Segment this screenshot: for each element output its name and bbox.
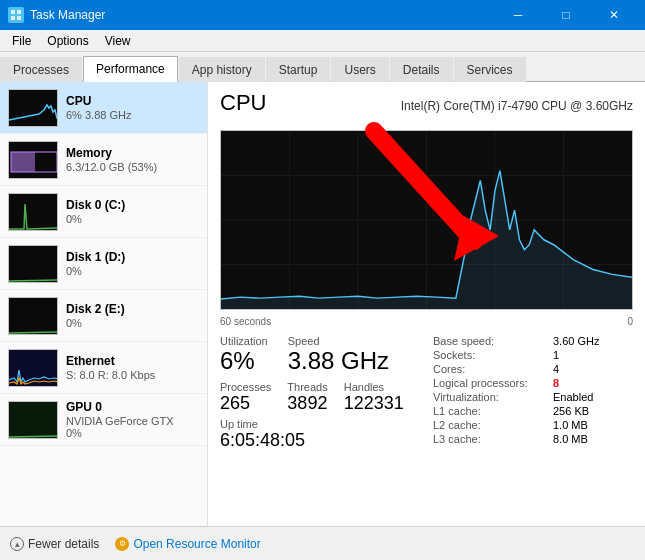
gpu0-sidebar-name: GPU 0 <box>66 400 199 414</box>
cores-key: Cores: <box>433 363 553 375</box>
handles-label: Handles <box>344 381 404 393</box>
base-speed-key: Base speed: <box>433 335 553 347</box>
utilization-block: Utilization 6% <box>220 335 268 375</box>
sidebar: CPU 6% 3.88 GHz Memory 6.3/12.0 GB (53%) <box>0 82 208 526</box>
memory-sidebar-name: Memory <box>66 146 199 160</box>
open-resource-monitor-button[interactable]: ⚙ Open Resource Monitor <box>115 537 260 551</box>
utilization-value: 6% <box>220 347 268 375</box>
virtualization-key: Virtualization: <box>433 391 553 403</box>
disk0-sidebar-stat: 0% <box>66 213 199 225</box>
cpu-panel: CPU Intel(R) Core(TM) i7-4790 CPU @ 3.60… <box>208 82 645 526</box>
tab-users[interactable]: Users <box>331 57 388 82</box>
tab-bar: Processes Performance App history Startu… <box>0 52 645 82</box>
utilization-label: Utilization <box>220 335 268 347</box>
processes-label: Processes <box>220 381 271 393</box>
fewer-details-label: Fewer details <box>28 537 99 551</box>
cpu-sidebar-stat: 6% 3.88 GHz <box>66 109 199 121</box>
status-bar: ▴ Fewer details ⚙ Open Resource Monitor <box>0 526 645 560</box>
detail-logical-processors: Logical processors: 8 <box>433 377 633 389</box>
tab-performance[interactable]: Performance <box>83 56 178 82</box>
svg-rect-7 <box>11 152 35 172</box>
menu-file[interactable]: File <box>4 32 39 50</box>
minimize-button[interactable]: ─ <box>495 0 541 30</box>
l1cache-key: L1 cache: <box>433 405 553 417</box>
cpu-chart <box>220 130 633 310</box>
svg-rect-8 <box>9 194 58 231</box>
maximize-button[interactable]: □ <box>543 0 589 30</box>
fewer-details-icon: ▴ <box>10 537 24 551</box>
chart-time-labels: 60 seconds 0 <box>220 316 633 327</box>
cpu-model-label: Intel(R) Core(TM) i7-4790 CPU @ 3.60GHz <box>401 99 633 113</box>
virtualization-val: Enabled <box>553 391 593 403</box>
uptime-label: Up time <box>220 418 423 430</box>
tab-details[interactable]: Details <box>390 57 453 82</box>
ethernet-sidebar-stat: S: 8.0 R: 8.0 Kbps <box>66 369 199 381</box>
cpu-thumbnail <box>8 89 58 127</box>
close-button[interactable]: ✕ <box>591 0 637 30</box>
l1cache-val: 256 KB <box>553 405 589 417</box>
handles-block: Handles 122331 <box>344 381 404 414</box>
l3cache-val: 8.0 MB <box>553 433 588 445</box>
sidebar-item-ethernet[interactable]: Ethernet S: 8.0 R: 8.0 Kbps <box>0 342 207 394</box>
sidebar-item-disk2[interactable]: Disk 2 (E:) 0% <box>0 290 207 342</box>
menu-bar: File Options View <box>0 30 645 52</box>
tab-processes[interactable]: Processes <box>0 57 82 82</box>
tab-app-history[interactable]: App history <box>179 57 265 82</box>
logical-processors-key: Logical processors: <box>433 377 553 389</box>
memory-thumbnail <box>8 141 58 179</box>
svg-rect-0 <box>11 10 15 14</box>
svg-rect-3 <box>17 16 21 20</box>
detail-sockets: Sockets: 1 <box>433 349 633 361</box>
speed-label: Speed <box>288 335 389 347</box>
processes-block: Processes 265 <box>220 381 271 414</box>
sidebar-item-memory[interactable]: Memory 6.3/12.0 GB (53%) <box>0 134 207 186</box>
gpu0-sidebar-stat: NVIDIA GeForce GTX0% <box>66 415 199 439</box>
l2cache-val: 1.0 MB <box>553 419 588 431</box>
cpu-details: Base speed: 3.60 GHz Sockets: 1 Cores: 4… <box>433 335 633 451</box>
sidebar-item-disk1[interactable]: Disk 1 (D:) 0% <box>0 238 207 290</box>
tab-startup[interactable]: Startup <box>266 57 331 82</box>
detail-base-speed: Base speed: 3.60 GHz <box>433 335 633 347</box>
fewer-details-button[interactable]: ▴ Fewer details <box>10 537 99 551</box>
time-label-left: 60 seconds <box>220 316 271 327</box>
title-bar: Task Manager ─ □ ✕ <box>0 0 645 30</box>
svg-rect-12 <box>9 402 58 439</box>
app-icon <box>8 7 24 23</box>
disk2-sidebar-stat: 0% <box>66 317 199 329</box>
menu-options[interactable]: Options <box>39 32 96 50</box>
svg-rect-10 <box>9 298 58 335</box>
cores-val: 4 <box>553 363 559 375</box>
time-label-right: 0 <box>627 316 633 327</box>
sidebar-item-cpu[interactable]: CPU 6% 3.88 GHz <box>0 82 207 134</box>
window-title: Task Manager <box>30 8 105 22</box>
detail-cores: Cores: 4 <box>433 363 633 375</box>
sidebar-item-gpu0[interactable]: GPU 0 NVIDIA GeForce GTX0% <box>0 394 207 446</box>
threads-value: 3892 <box>287 393 327 414</box>
cpu-sidebar-name: CPU <box>66 94 199 108</box>
sockets-key: Sockets: <box>433 349 553 361</box>
disk2-thumbnail <box>8 297 58 335</box>
threads-block: Threads 3892 <box>287 381 327 414</box>
svg-rect-1 <box>17 10 21 14</box>
detail-l1cache: L1 cache: 256 KB <box>433 405 633 417</box>
uptime-block: Up time 6:05:48:05 <box>220 418 423 451</box>
sidebar-item-disk0[interactable]: Disk 0 (C:) 0% <box>0 186 207 238</box>
memory-sidebar-stat: 6.3/12.0 GB (53%) <box>66 161 199 173</box>
l2cache-key: L2 cache: <box>433 419 553 431</box>
speed-block: Speed 3.88 GHz <box>288 335 389 375</box>
svg-rect-2 <box>11 16 15 20</box>
tab-services[interactable]: Services <box>454 57 526 82</box>
stats-section: Utilization 6% Speed 3.88 GHz Processes … <box>220 335 633 451</box>
base-speed-val: 3.60 GHz <box>553 335 599 347</box>
disk0-sidebar-name: Disk 0 (C:) <box>66 198 199 212</box>
detail-virtualization: Virtualization: Enabled <box>433 391 633 403</box>
processes-value: 265 <box>220 393 271 414</box>
menu-view[interactable]: View <box>97 32 139 50</box>
uptime-value: 6:05:48:05 <box>220 430 423 451</box>
main-content: CPU 6% 3.88 GHz Memory 6.3/12.0 GB (53%) <box>0 82 645 526</box>
disk2-sidebar-name: Disk 2 (E:) <box>66 302 199 316</box>
gpu0-thumbnail <box>8 401 58 439</box>
disk1-thumbnail <box>8 245 58 283</box>
threads-label: Threads <box>287 381 327 393</box>
cpu-panel-header: CPU Intel(R) Core(TM) i7-4790 CPU @ 3.60… <box>220 90 633 116</box>
